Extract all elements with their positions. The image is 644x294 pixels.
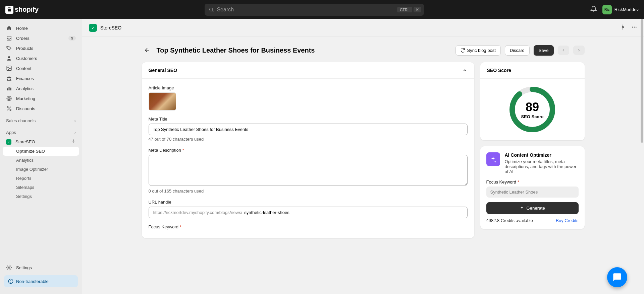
nav-optimize-seo[interactable]: Optimize SEO <box>3 147 79 156</box>
pin-app-icon[interactable] <box>620 24 626 31</box>
percent-icon <box>6 105 12 112</box>
nav-home[interactable]: Home <box>3 23 79 33</box>
chart-icon <box>6 85 12 91</box>
chat-fab[interactable] <box>607 267 627 287</box>
sync-blog-button[interactable]: Sync blog post <box>455 45 501 56</box>
more-icon[interactable] <box>631 24 637 31</box>
seo-score-header: SEO Score <box>480 62 585 79</box>
svg-point-15 <box>8 267 10 269</box>
sparkle-icon <box>486 152 500 166</box>
nav-settings[interactable]: Settings <box>3 263 79 273</box>
svg-rect-6 <box>7 88 8 90</box>
url-handle-input[interactable]: https://rickmortdev.myshopify.com/blogs/… <box>149 207 468 218</box>
svg-point-0 <box>210 8 213 11</box>
ai-optimizer-title: AI Content Optimizer <box>505 152 579 158</box>
svg-point-2 <box>8 47 8 48</box>
prev-button[interactable] <box>558 46 569 55</box>
nav-finances[interactable]: Finances <box>3 73 79 83</box>
app-header-title: StoreSEO <box>100 25 121 30</box>
url-prefix: https://rickmortdev.myshopify.com/blogs/… <box>153 210 243 215</box>
save-button[interactable]: Save <box>534 45 554 56</box>
storeseo-app-icon: ✓ <box>6 139 11 145</box>
nav-discounts[interactable]: Discounts <box>3 103 79 114</box>
svg-point-18 <box>11 282 11 282</box>
storeseo-header-icon: ✓ <box>89 24 97 32</box>
nav-customers[interactable]: Customers <box>3 53 79 63</box>
meta-title-input[interactable] <box>149 124 468 135</box>
back-button[interactable] <box>142 45 153 56</box>
scrollbar[interactable] <box>640 19 644 294</box>
general-seo-header[interactable]: General SEO <box>142 62 474 79</box>
inbox-icon <box>6 35 12 41</box>
nav-sitemaps[interactable]: Sitemaps <box>3 183 79 192</box>
nav-reports[interactable]: Reports <box>3 174 79 183</box>
nav-storeseo-app[interactable]: ✓ StoreSEO <box>3 137 79 147</box>
apps-section[interactable]: Apps › <box>3 125 79 137</box>
user-icon <box>6 55 12 61</box>
user-menu[interactable]: Ric RickMortdev <box>602 5 639 14</box>
shopify-bag-icon <box>5 6 13 14</box>
nav-content[interactable]: Content <box>3 63 79 73</box>
non-transferable-banner[interactable]: Non-transferable <box>4 275 78 287</box>
home-icon <box>6 25 12 31</box>
meta-description-hint: 0 out of 165 characters used <box>149 189 468 194</box>
next-button[interactable] <box>573 46 585 55</box>
shopify-logo[interactable]: shopify <box>5 6 39 14</box>
seo-score-card: SEO Score 89 SEO Score <box>480 62 585 140</box>
svg-point-21 <box>636 27 637 28</box>
svg-point-3 <box>8 56 10 58</box>
svg-point-11 <box>9 98 9 99</box>
bank-icon <box>6 75 12 81</box>
scrollbar-thumb[interactable] <box>641 19 643 143</box>
chevron-right-icon: › <box>74 130 76 135</box>
avatar: Ric <box>602 5 612 14</box>
sparkle-small-icon <box>520 206 524 211</box>
url-handle-label: URL handle <box>149 200 468 205</box>
sidebar: Home Orders 9 Products Customers Content… <box>0 19 82 294</box>
ai-focus-keyword-input[interactable] <box>486 187 579 198</box>
pin-icon[interactable] <box>71 139 76 145</box>
content-area: ✓ StoreSEO Top Synthetic Leather Shoes f… <box>82 19 644 294</box>
search-icon <box>209 7 214 12</box>
chat-icon <box>612 273 622 282</box>
meta-title-label: Meta Title <box>149 117 468 122</box>
generate-button[interactable]: Generate <box>486 202 579 214</box>
tag-icon <box>6 45 12 51</box>
seo-score-ring: 89 SEO Score <box>508 85 556 134</box>
nav-app-analytics[interactable]: Analytics <box>3 156 79 165</box>
ai-optimizer-card: AI Content Optimizer Optimize your meta … <box>480 146 585 229</box>
nav-image-optimizer[interactable]: Image Optimizer <box>3 165 79 174</box>
svg-rect-7 <box>9 87 10 91</box>
svg-point-19 <box>632 27 633 28</box>
article-image-label: Article Image <box>149 85 468 90</box>
article-image-thumbnail[interactable] <box>149 92 176 111</box>
svg-point-5 <box>8 67 8 68</box>
chevron-right-icon <box>577 48 581 52</box>
topbar: shopify Search CTRL K Ric RickMortdev <box>0 0 644 19</box>
nav-orders[interactable]: Orders 9 <box>3 33 79 43</box>
nav-analytics[interactable]: Analytics <box>3 83 79 93</box>
page-header: Top Synthetic Leather Shoes for Business… <box>142 45 585 56</box>
username: RickMortdev <box>614 7 639 12</box>
focus-keyword-label: Focus Keyword * <box>149 224 468 229</box>
svg-rect-8 <box>10 88 11 90</box>
image-icon <box>6 65 12 71</box>
meta-description-input[interactable] <box>149 155 468 186</box>
svg-line-12 <box>7 107 11 111</box>
sales-channels-section[interactable]: Sales channels › <box>3 114 79 125</box>
seo-score-value: 89 <box>526 100 539 114</box>
svg-point-20 <box>634 27 635 28</box>
meta-description-label: Meta Description * <box>149 148 468 153</box>
orders-badge: 9 <box>68 36 76 41</box>
buy-credits-link[interactable]: Buy Credits <box>556 218 578 223</box>
discard-button[interactable]: Discard <box>505 45 530 56</box>
search-shortcut: CTRL K <box>397 7 421 12</box>
nav-marketing[interactable]: Marketing <box>3 93 79 103</box>
nav-products[interactable]: Products <box>3 43 79 53</box>
notifications-icon[interactable] <box>590 6 597 14</box>
chevron-right-icon: › <box>74 118 76 123</box>
nav-app-settings[interactable]: Settings <box>3 192 79 201</box>
target-icon <box>6 95 12 101</box>
search-input[interactable]: Search CTRL K <box>205 4 424 16</box>
svg-line-1 <box>212 11 213 12</box>
